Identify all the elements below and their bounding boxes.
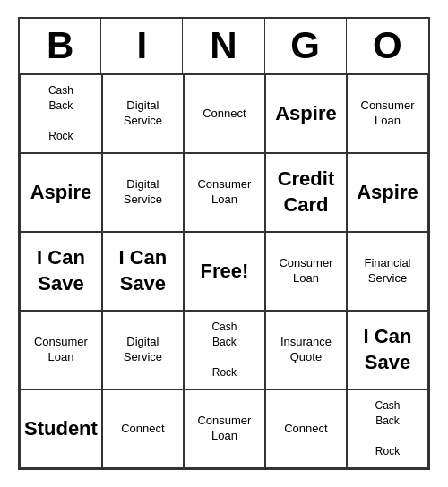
header-letter: I <box>101 19 183 73</box>
header-letter: O <box>347 19 428 73</box>
bingo-cell: Insurance Quote <box>265 311 347 389</box>
bingo-cell: I CanSave <box>20 232 102 311</box>
bingo-cell: Aspire <box>265 74 347 153</box>
bingo-cell: Consumer Loan <box>184 389 265 468</box>
bingo-cell: Financial Service <box>347 232 428 311</box>
bingo-cell: Student <box>20 389 102 468</box>
bingo-cell: CashBackRock <box>347 389 428 468</box>
bingo-cell: Digital Service <box>102 153 184 232</box>
bingo-cell: Consumer Loan <box>184 153 265 232</box>
bingo-cell: CreditCard <box>265 153 347 232</box>
bingo-cell: Connect <box>102 389 184 468</box>
bingo-cell: Digital Service <box>102 74 184 153</box>
bingo-grid: CashBackRockDigital ServiceConnectAspire… <box>20 74 428 468</box>
bingo-cell: Consumer Loan <box>265 232 347 311</box>
bingo-cell: Connect <box>265 389 347 468</box>
bingo-cell: Aspire <box>20 153 102 232</box>
bingo-cell: I CanSave <box>347 311 428 389</box>
bingo-cell: Consumer Loan <box>347 74 428 153</box>
bingo-cell: Aspire <box>347 153 428 232</box>
header-letter: G <box>265 19 347 73</box>
bingo-cell: Free! <box>184 232 265 311</box>
bingo-card: BINGO CashBackRockDigital ServiceConnect… <box>18 17 430 470</box>
bingo-cell: Consumer Loan <box>20 311 102 389</box>
bingo-cell: Digital Service <box>102 311 184 389</box>
bingo-cell: CashBackRock <box>184 311 265 389</box>
header-letter: B <box>20 19 101 73</box>
bingo-header: BINGO <box>20 19 428 74</box>
header-letter: N <box>183 19 264 73</box>
bingo-cell: Connect <box>184 74 265 153</box>
bingo-cell: CashBackRock <box>20 74 102 153</box>
bingo-cell: I CanSave <box>102 232 184 311</box>
